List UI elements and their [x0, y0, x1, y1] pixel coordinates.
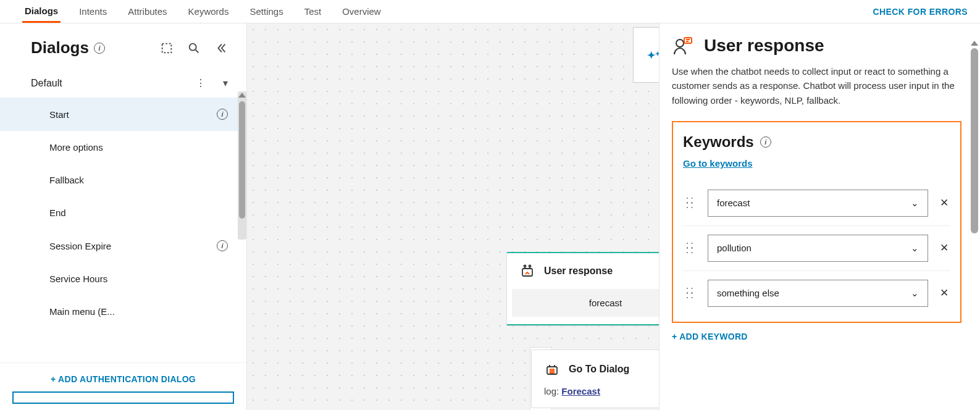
sidebar-item-session-expire[interactable]: Session Expire i [0, 229, 246, 262]
goto-dialog-line: log: Forecast [544, 386, 659, 396]
sidebar-item-more-options[interactable]: More options [0, 131, 246, 164]
svg-line-2 [196, 49, 199, 52]
sidebar-item-label: Main menu (E... [49, 306, 115, 317]
node-title-label: Go To Dialog [569, 364, 629, 375]
svg-point-8 [529, 266, 531, 267]
go-to-dialog-forecast-node[interactable]: Go To Dialog log: Forecast [531, 349, 659, 408]
sidebar-group-label: Default [31, 78, 62, 89]
dialog-canvas[interactable]: ✦⁺ EDIT WITH ANSWERS COPILOT Send Reply … [247, 23, 659, 410]
more-vertical-icon[interactable]: ⋮ [196, 77, 206, 89]
tab-intents[interactable]: Intents [77, 0, 109, 23]
goto-dialog-link[interactable]: Forecast [561, 386, 600, 396]
top-tab-bar: Dialogs Intents Attributes Keywords Sett… [0, 0, 980, 23]
bot-add-icon [544, 361, 560, 377]
info-icon[interactable]: i [94, 43, 105, 54]
svg-rect-0 [162, 43, 172, 52]
sidebar-item-service-hours[interactable]: Service Hours [0, 262, 246, 295]
remove-keyword-button[interactable]: ✕ [938, 241, 950, 254]
collapse-icon[interactable] [214, 41, 228, 55]
remove-keyword-button[interactable]: ✕ [938, 196, 950, 209]
keyword-row: ∷∷ forecast ⌄ ✕ [683, 181, 950, 226]
sidebar-title: Dialogs [31, 38, 89, 57]
drag-handle-icon[interactable]: ∷∷ [683, 198, 698, 208]
scroll-thumb[interactable] [239, 101, 245, 219]
sidebar-item-end[interactable]: End [0, 196, 246, 229]
keyword-select[interactable]: pollution ⌄ [708, 235, 928, 262]
keyword-select[interactable]: something else ⌄ [708, 280, 928, 307]
info-icon[interactable]: i [217, 240, 228, 251]
sidebar-item-main-menu[interactable]: Main menu (E... [0, 295, 246, 328]
add-keyword-button[interactable]: + ADD KEYWORD [672, 332, 748, 341]
bot-icon [519, 263, 535, 279]
info-icon[interactable]: i [217, 109, 228, 120]
select-all-icon[interactable] [160, 41, 174, 55]
sidebar-scrollbar[interactable] [238, 91, 246, 240]
scroll-up-icon[interactable] [971, 41, 978, 46]
svg-point-21 [676, 40, 684, 47]
sidebar-header: Dialogs i [0, 23, 246, 69]
sidebar-item-label: More options [49, 142, 103, 153]
keyword-row: ∷∷ pollution ⌄ ✕ [683, 226, 950, 271]
remove-keyword-button[interactable]: ✕ [938, 287, 950, 299]
search-icon[interactable] [187, 41, 201, 55]
sidebar-group-default[interactable]: Default ⋮ ▾ [0, 69, 246, 98]
svg-point-7 [524, 266, 526, 267]
keyword-value: something else [717, 288, 779, 298]
go-to-keywords-link[interactable]: Go to keywords [683, 158, 753, 169]
sparkle-icon: ✦⁺ [647, 49, 659, 61]
drag-handle-icon[interactable]: ∷∷ [683, 243, 698, 253]
drag-handle-icon[interactable]: ∷∷ [683, 288, 698, 298]
main-layout: Dialogs i Default ⋮ ▾ [0, 23, 980, 410]
sidebar-item-label: Fallback [49, 175, 84, 185]
node-title-label: User response [544, 266, 613, 277]
sidebar-item-start[interactable]: Start i [0, 98, 246, 131]
keyword-value: forecast [717, 198, 750, 208]
tab-test[interactable]: Test [302, 0, 324, 23]
keyword-select[interactable]: forecast ⌄ [708, 190, 928, 217]
sidebar-item-label: Session Expire [49, 241, 111, 251]
svg-point-1 [190, 43, 196, 50]
sidebar-item-label: Service Hours [49, 274, 107, 284]
user-response-node[interactable]: User response forecast pollution [506, 252, 659, 326]
edit-with-copilot-button[interactable]: ✦⁺ EDIT WITH ANSWERS COPILOT [633, 27, 659, 83]
scroll-up-icon[interactable] [238, 93, 246, 98]
sidebar: Dialogs i Default ⋮ ▾ [0, 23, 247, 410]
chevron-down-icon: ⌄ [911, 288, 919, 299]
top-tabs: Dialogs Intents Attributes Keywords Sett… [22, 0, 383, 23]
keyword-value: pollution [717, 243, 752, 253]
sidebar-item-label: End [49, 207, 66, 218]
chevron-down-icon[interactable]: ▾ [223, 77, 228, 89]
scroll-thumb[interactable] [971, 48, 978, 233]
keyword-row: ∷∷ something else ⌄ ✕ [683, 271, 950, 316]
properties-panel: User response Use when the chatbot needs… [659, 23, 980, 410]
keywords-section: Keywords i Go to keywords ∷∷ forecast ⌄ … [672, 121, 961, 323]
tab-attributes[interactable]: Attributes [125, 0, 169, 23]
panel-title: User response [704, 36, 824, 56]
panel-description: Use when the chatbot needs to collect in… [672, 64, 961, 107]
sidebar-footer: + ADD AUTHENTICATION DIALOG [0, 362, 246, 410]
sidebar-item-label: Start [49, 109, 69, 120]
svg-rect-22 [684, 38, 692, 43]
add-authentication-dialog-button[interactable]: + ADD AUTHENTICATION DIALOG [0, 374, 246, 384]
tab-dialogs[interactable]: Dialogs [22, 0, 61, 23]
panel-scrollbar[interactable] [970, 41, 979, 410]
sidebar-item-fallback[interactable]: Fallback [0, 164, 246, 196]
sidebar-items: Start i More options Fallback End Sessio… [0, 98, 246, 362]
keywords-heading: Keywords [683, 133, 754, 151]
chevron-down-icon: ⌄ [911, 198, 919, 209]
tab-overview[interactable]: Overview [340, 0, 383, 23]
chevron-down-icon: ⌄ [911, 243, 919, 254]
tab-keywords[interactable]: Keywords [186, 0, 232, 23]
tab-settings[interactable]: Settings [247, 0, 285, 23]
user-response-branch-forecast[interactable]: forecast [512, 289, 659, 317]
user-response-icon [672, 36, 693, 57]
create-with-ai-button[interactable] [12, 391, 234, 404]
info-icon[interactable]: i [760, 136, 771, 148]
check-for-errors-button[interactable]: CHECK FOR ERRORS [873, 7, 968, 17]
